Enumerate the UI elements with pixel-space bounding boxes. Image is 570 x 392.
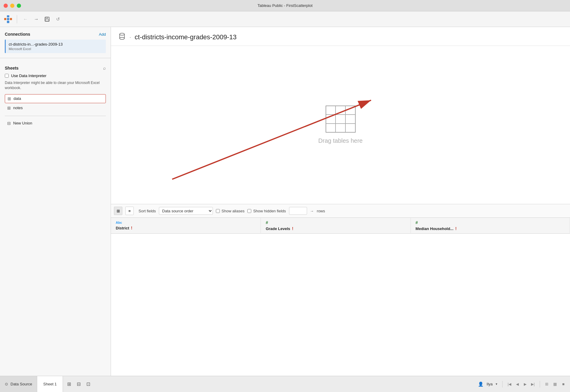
col-type-district: Abc [116,221,256,224]
sheet1-label: Sheet 1 [43,382,57,386]
rows-arrow-icon: → [310,209,314,213]
sort-dropdown[interactable]: Data source order [159,207,213,215]
connection-type: Microsoft Excel [9,47,103,51]
add-sheet-buttons: ⊞ ⊟ ⊡ [63,376,94,392]
content-area: Connections Add ct-districts-in...-grade… [0,27,570,376]
compact-view-button[interactable]: ▦ [551,381,559,388]
list-icon: ≡ [128,209,131,213]
close-button[interactable] [4,4,8,8]
table-preview [326,106,356,133]
datasource-icon [118,32,126,42]
sidebar: Connections Add ct-districts-in...-grade… [0,27,111,376]
forward-button[interactable]: → [32,15,40,23]
add-sheet-icon: ⊞ [67,381,71,387]
add-dashboard-button[interactable]: ⊡ [84,380,92,388]
interpreter-description: Data Interpreter might be able to clean … [5,80,106,91]
fields-bar: ⊞ ≡ Sort fields Data source order Show a… [111,204,570,218]
connections-title: Connections [5,32,30,37]
add-sheet-duplicate-button[interactable]: ⊟ [74,380,83,388]
connection-name: ct-districts-in...-grades-2009-13 [9,42,103,46]
show-aliases-label[interactable]: Show aliases [216,209,245,213]
window-title: Tableau Public - FirstScatterplot [258,3,313,8]
add-connection-link[interactable]: Add [99,32,106,37]
app-body: ← → ↺ Connections Add [0,11,570,392]
use-interpreter-checkbox[interactable] [5,74,9,78]
datasource-name: ct-districts-income-grades-2009-13 [135,33,237,41]
table-header-row: Abc District ! # Grade Levels ! [111,218,570,234]
forward-icon: → [34,16,39,22]
search-icon: ⌕ [103,65,106,70]
table-cell [336,106,345,115]
refresh-button[interactable]: ↺ [54,15,62,23]
sheet-name-notes: notes [13,106,23,110]
next-page-button[interactable]: ▶ [522,381,528,388]
table-cell [345,106,355,115]
table-cell [345,124,355,132]
divider [0,58,111,58]
add-sheet-button[interactable]: ⊞ [65,380,73,388]
drag-table-container: Drag tables here [318,106,363,144]
svg-rect-2 [45,19,49,21]
col-warning-district: ! [131,226,133,230]
table-cell [336,115,345,123]
drag-area: Drag tables here [111,46,570,204]
col-name-grade: Grade Levels [266,226,290,231]
sheet-table-icon-notes: ⊞ [7,106,11,110]
connections-section: Connections Add ct-districts-in...-grade… [0,27,111,55]
grid-view-right-button[interactable]: ⊞ [543,381,550,388]
user-dropdown-arrow[interactable]: ▾ [496,382,497,386]
col-name-median: Median Household... [416,226,453,231]
table-cell [336,124,345,132]
sheets-section: Sheets ⌕ Use Data Interpreter Data Inter… [0,61,111,130]
datasource-separator: · [130,34,131,40]
svg-point-6 [120,37,124,40]
sheets-divider [5,116,106,116]
column-header-grade-levels: # Grade Levels ! [261,218,411,234]
tab-sheet1[interactable]: Sheet 1 [37,376,63,392]
connection-item[interactable]: ct-districts-in...-grades-2009-13 Micros… [5,40,106,53]
search-sheets-button[interactable]: ⌕ [103,65,106,70]
col-type-median: # [416,220,565,225]
sheet-item-notes[interactable]: ⊞ notes [5,104,106,112]
show-hidden-checkbox[interactable] [247,209,251,213]
bottom-bar: ⊙ Data Source Sheet 1 ⊞ ⊟ ⊡ 👤 Ilya ▾ |◀ … [0,376,570,392]
sheets-title: Sheets [5,66,19,70]
col-warning-median: ! [455,226,457,231]
sort-fields-label: Sort fields [139,209,156,213]
col-warning-grade: ! [292,226,294,231]
table-cell [345,115,355,123]
column-header-district: Abc District ! [111,218,261,234]
prev-page-button[interactable]: ◀ [514,381,521,388]
grid-view-button[interactable]: ⊞ [114,207,122,215]
sheet-name-data: data [13,96,21,101]
col-name-district: District [116,226,129,230]
show-hidden-label[interactable]: Show hidden fields [247,209,286,213]
last-page-button[interactable]: ▶| [530,381,536,388]
new-union-icon: ⊟ [7,121,11,126]
rows-input[interactable] [289,207,307,215]
save-button[interactable] [43,15,51,23]
title-bar: Tableau Public - FirstScatterplot [0,0,570,11]
new-union-item[interactable]: ⊟ New Union [5,118,106,128]
back-button[interactable]: ← [21,15,30,23]
datasource-header: · ct-districts-income-grades-2009-13 [111,27,570,46]
pagination-controls: |◀ ◀ ▶ ▶| [502,381,540,388]
save-icon [44,16,50,22]
list-view-button[interactable]: ≡ [125,207,134,215]
data-grid: Abc District ! # Grade Levels ! [111,218,570,234]
datasource-tab-label: Data Source [10,382,32,386]
tab-datasource[interactable]: ⊙ Data Source [0,376,37,392]
show-aliases-checkbox[interactable] [216,209,220,213]
column-header-median: # Median Household... ! [410,218,570,234]
cylinder-icon [118,32,126,40]
svg-point-3 [120,33,124,35]
main-panel: · ct-districts-income-grades-2009-13 [111,27,570,376]
first-page-button[interactable]: |◀ [506,381,513,388]
sheet-item-data[interactable]: ⊞ data [5,94,106,103]
minimize-button[interactable] [10,4,14,8]
refresh-icon: ↺ [56,16,60,22]
add-dashboard-icon: ⊡ [86,381,90,387]
maximize-button[interactable] [17,4,21,8]
use-interpreter-label[interactable]: Use Data Interpreter [11,73,46,78]
fill-view-button[interactable]: ■ [560,381,567,388]
